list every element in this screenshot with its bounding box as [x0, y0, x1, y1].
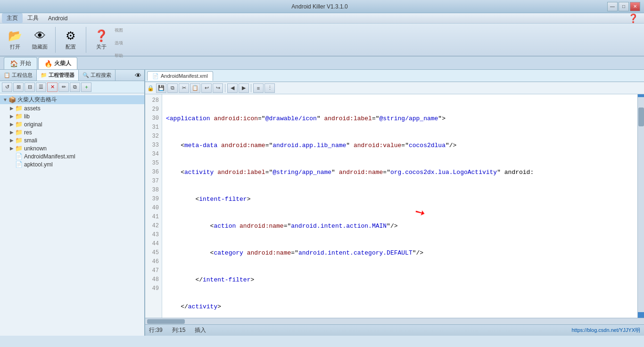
app-title: Android Killer V1.3.1.0 — [32, 3, 607, 10]
code-line-28: <application android:icon="@drawable/ico… — [166, 114, 634, 123]
toolbar-divider-1 — [55, 27, 56, 53]
tab-matchman-label: 火柴人 — [54, 59, 71, 67]
vertical-scrollbar[interactable] — [637, 94, 644, 318]
et-divider-2 — [251, 84, 251, 92]
et-save[interactable]: 💾 — [156, 83, 166, 93]
yml-icon: 📄 — [15, 161, 23, 168]
left-panel-header: 📋 工程信息 📁 工程管理器 🔍 工程搜索 👁 — [0, 70, 144, 81]
tree-item-manifest[interactable]: 📄 AndroidManifest.xml — [0, 152, 144, 160]
right-panel: 📄 AndroidManifest.xml 🔒 💾 ⧉ ✂ 📋 ↩ ↪ ◀ ▶ … — [145, 70, 644, 336]
lt-btn-add[interactable]: ＋ — [81, 83, 91, 92]
expand-icon: ▶ — [8, 130, 15, 135]
status-mode: 插入 — [195, 326, 206, 334]
et-copy[interactable]: ⧉ — [167, 83, 178, 93]
gear-icon: ⚙ — [66, 29, 76, 42]
tree-item-unknown[interactable]: ▶ 📁 unknown — [0, 144, 144, 152]
et-more[interactable]: ⋮ — [264, 83, 275, 93]
titlebar: Android Killer V1.3.1.0 — □ ✕ — [0, 0, 644, 13]
tree-root[interactable]: ▼ 📦 火柴人突击格斗 — [0, 95, 144, 104]
tab-project-search[interactable]: 🔍 工程搜索 — [79, 70, 116, 81]
toolbar-divider-2 — [86, 27, 86, 53]
tree-root-label: 火柴人突击格斗 — [17, 96, 57, 104]
config-button[interactable]: ⚙ 配置 — [59, 27, 82, 52]
code-line-33: <category android:name="android.intent.c… — [166, 248, 634, 257]
tree-label-assets: assets — [24, 105, 41, 112]
code-line-34: </intent-filter> — [166, 275, 634, 284]
project-search-icon: 🔍 — [83, 72, 89, 78]
editor-tab-label: AndroidManifest.xml — [161, 73, 208, 79]
status-row: 行:39 — [149, 326, 163, 334]
tree-label-lib: lib — [24, 113, 30, 120]
section-label-view: 视图 — [115, 27, 123, 33]
section-label-options: 选项 — [115, 40, 123, 46]
window-controls[interactable]: — □ ✕ — [607, 2, 640, 11]
lt-btn-collapse[interactable]: ⊟ — [25, 83, 35, 92]
tree-item-assets[interactable]: ▶ 📁 assets — [0, 104, 144, 112]
et-divider-1 — [225, 84, 225, 92]
about-button[interactable]: ❓ 关于 — [90, 27, 113, 52]
about-icon: ❓ — [94, 29, 108, 42]
tree-item-smali[interactable]: ▶ 📁 smali — [0, 136, 144, 144]
et-cut[interactable]: ✂ — [179, 83, 189, 93]
close-button[interactable]: ✕ — [630, 2, 640, 11]
tree-label-apktool: apktool.yml — [24, 161, 53, 168]
open-button[interactable]: 📂 打开 — [4, 27, 26, 52]
project-manager-label: 工程管理器 — [49, 72, 74, 79]
et-nav-fwd[interactable]: ▶ — [239, 83, 249, 93]
tree-item-original[interactable]: ▶ 📁 original — [0, 120, 144, 128]
lt-btn-copy[interactable]: ⧉ — [70, 83, 80, 92]
lt-btn-list[interactable]: ☰ — [36, 83, 46, 92]
menu-tools[interactable]: 工具 — [23, 13, 43, 23]
main-area: 📋 工程信息 📁 工程管理器 🔍 工程搜索 👁 ↺ ⊞ ⊟ ☰ ✕ ✏ ⧉ ＋ — [0, 70, 644, 336]
tab-project-info[interactable]: 📋 工程信息 — [0, 70, 37, 81]
tree-label-res: res — [24, 129, 32, 136]
tab-start[interactable]: 🏠 开始 — [4, 57, 37, 69]
tree-item-apktool[interactable]: 📄 apktool.yml — [0, 160, 144, 168]
editor-tab-manifest[interactable]: 📄 AndroidManifest.xml — [147, 71, 213, 81]
statusbar: 行:39 列:15 插入 https://blog.csdn.net/YJJYX… — [145, 324, 644, 336]
tree-item-res[interactable]: ▶ 📁 res — [0, 128, 144, 136]
tab-matchman[interactable]: 🔥 火柴人 — [38, 57, 77, 69]
h-scrollbar-thumb[interactable] — [147, 319, 185, 324]
code-editor[interactable]: <application android:icon="@drawable/ico… — [162, 94, 637, 318]
maximize-button[interactable]: □ — [619, 2, 629, 11]
help-icon[interactable]: ❓ — [628, 13, 638, 24]
code-line-29: <meta-data android:name="android.app.lib… — [166, 141, 634, 150]
status-col: 列:15 — [172, 326, 186, 334]
lt-btn-refresh[interactable]: ↺ — [2, 83, 12, 92]
config-label: 配置 — [66, 43, 76, 50]
xml-file-icon: 📄 — [152, 73, 159, 79]
statusbar-url: https://blog.csdn.net/YJJYX明 — [571, 327, 640, 334]
et-nav-back[interactable]: ◀ — [227, 83, 238, 93]
tree-item-lib[interactable]: ▶ 📁 lib — [0, 112, 144, 120]
code-area: 28 29 30 31 32 33 34 35 36 37 38 39 40 4… — [145, 94, 644, 318]
lt-btn-expand[interactable]: ⊞ — [13, 83, 24, 92]
scrollbar-thumb[interactable] — [638, 107, 644, 126]
minimize-button[interactable]: — — [607, 2, 618, 11]
project-search-label: 工程搜索 — [91, 72, 111, 79]
eye-toggle-icon[interactable]: 👁 — [132, 72, 144, 79]
line-numbers: 28 29 30 31 32 33 34 35 36 37 38 39 40 4… — [145, 94, 162, 318]
code-line-35: </activity> — [166, 302, 634, 311]
hide-panel-label: 隐藏面 — [32, 43, 48, 50]
menu-android[interactable]: Android — [43, 14, 72, 23]
lt-btn-edit[interactable]: ✏ — [58, 83, 69, 92]
tree-label-smali: smali — [24, 137, 37, 144]
menu-home[interactable]: 主页 — [2, 13, 23, 23]
expand-icon: ▶ — [8, 114, 15, 119]
horizontal-scrollbar[interactable] — [145, 318, 644, 324]
tab-project-manager[interactable]: 📁 工程管理器 — [37, 70, 79, 81]
lt-btn-delete[interactable]: ✕ — [47, 83, 58, 92]
about-label: 关于 — [96, 43, 107, 50]
et-format[interactable]: ≡ — [253, 83, 264, 93]
hide-panel-button[interactable]: 👁 隐藏面 — [28, 27, 51, 52]
folder-icon: 📁 — [15, 129, 23, 136]
editor-toolbar: 🔒 💾 ⧉ ✂ 📋 ↩ ↪ ◀ ▶ ≡ ⋮ — [145, 82, 644, 94]
main-toolbar: 📂 打开 👁 隐藏面 ⚙ 配置 ❓ 关于 视图 选项 帮助 — [0, 24, 644, 57]
expand-icon: ▶ — [8, 122, 15, 127]
open-label: 打开 — [10, 43, 20, 50]
expand-icon: ▶ — [8, 146, 15, 151]
et-redo[interactable]: ↪ — [213, 83, 223, 93]
et-undo[interactable]: ↩ — [201, 83, 212, 93]
et-paste[interactable]: 📋 — [190, 83, 200, 93]
